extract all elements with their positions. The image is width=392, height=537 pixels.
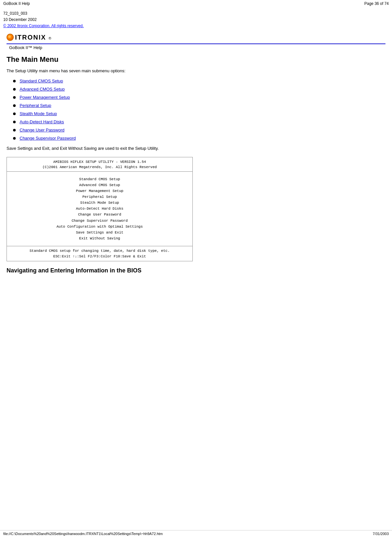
bios-title-line2: (C)2001 American Megatrends, Inc. All Ri… [9,165,190,170]
page-title: The Main Menu [7,55,385,64]
brand-name: ITRONIX ® [15,34,52,41]
bios-title-line1: AMIBIOS HIFLEX SETUP UTILITY - VERSION 1… [9,159,190,165]
bios-footer-line1: Standard CMOS setup for changing time, d… [9,248,190,254]
bios-menu-item-11: Exit Without Saving [9,235,190,241]
bios-menu-item-5: Stealth Mode Setup [9,200,190,206]
meta-info: 72_0103_003 10 December 2002 © 2002 Itro… [3,10,389,29]
bios-screenshot: AMIBIOS HIFLEX SETUP UTILITY - VERSION 1… [7,157,193,262]
file-path: file://C:\Documents%20and%20Settings\har… [3,532,163,536]
link-power-mgmt[interactable]: Power Management Setup [20,95,70,100]
bullet-icon-6 [13,121,16,123]
bullet-icon-2 [13,88,16,91]
bios-menu-item-8: Change Supervisor Password [9,218,190,224]
link-advanced-cmos[interactable]: Advanced CMOS Setup [20,87,65,92]
page-number: Page 36 of 74 [364,1,389,6]
bios-menu-item-10: Save Settings and Exit [9,230,190,235]
doc-date: 10 December 2002 [3,17,389,23]
bullet-icon-4 [13,104,16,107]
bios-menu-item-2: Advanced CMOS Setup [9,182,190,188]
list-item-1: Standard CMOS Setup [7,78,385,83]
bios-menu: Standard CMOS Setup Advanced CMOS Setup … [7,172,192,246]
save-text: Save Settings and Exit, and Exit Without… [7,145,385,152]
bios-menu-item-7: Change User Password [9,212,190,217]
doc-id: 72_0103_003 [3,10,389,17]
nav-section-title: Navigating and Entering Information in t… [7,267,385,274]
bullet-icon-5 [13,113,16,115]
link-peripheral[interactable]: Peripheral Setup [20,103,51,108]
app-title: GoBook II Help [3,1,30,6]
bios-footer-line2: ESC:Exit ↑↓:Sel F2/F3:Color F10:Save & E… [9,254,190,259]
date-stamp: 7/31/2003 [373,532,389,536]
list-item-2: Advanced CMOS Setup [7,87,385,92]
intro-text: The Setup Utility main menu has seven ma… [7,68,385,74]
bullet-icon-1 [13,80,16,82]
main-content: The Main Menu The Setup Utility main men… [0,52,392,281]
link-standard-cmos[interactable]: Standard CMOS Setup [20,78,63,83]
bullet-icon-7 [13,129,16,131]
itronix-globe-icon [7,34,14,41]
bios-menu-item-9: Auto Configuration with Optimal Settings [9,224,190,230]
bullet-icon-3 [13,96,16,99]
link-change-user-pwd[interactable]: Change User Password [20,128,64,132]
list-item-3: Power Management Setup [7,95,385,100]
header-label: GoBook II™ Help [3,44,389,52]
link-change-supervisor-pwd[interactable]: Change Supervisor Password [20,136,76,141]
bullet-icon-8 [13,137,16,140]
bios-menu-item-1: Standard CMOS Setup [9,176,190,182]
link-stealth-mode[interactable]: Stealth Mode Setup [20,111,57,116]
bios-menu-item-3: Power Management Setup [9,188,190,194]
copyright-link[interactable]: © 2002 Itronix Corporation. All rights r… [3,24,84,28]
logo-area: ITRONIX ® [3,32,389,43]
bios-menu-item-6: Auto-Detect Hard Disks [9,206,190,212]
bios-footer: Standard CMOS setup for changing time, d… [7,246,192,261]
bios-header: AMIBIOS HIFLEX SETUP UTILITY - VERSION 1… [7,157,192,172]
link-auto-detect[interactable]: Auto-Detect Hard Disks [20,119,64,124]
header-section: 72_0103_003 10 December 2002 © 2002 Itro… [0,7,392,52]
list-item-5: Stealth Mode Setup [7,111,385,116]
list-item-6: Auto-Detect Hard Disks [7,119,385,124]
list-item-8: Change Supervisor Password [7,136,385,141]
bottom-bar: file://C:\Documents%20and%20Settings\har… [0,530,392,537]
menu-list: Standard CMOS Setup Advanced CMOS Setup … [7,78,385,141]
list-item-7: Change User Password [7,128,385,132]
list-item-4: Peripheral Setup [7,103,385,108]
bios-menu-item-4: Peripheral Setup [9,194,190,200]
top-bar: GoBook II Help Page 36 of 74 [0,0,392,7]
